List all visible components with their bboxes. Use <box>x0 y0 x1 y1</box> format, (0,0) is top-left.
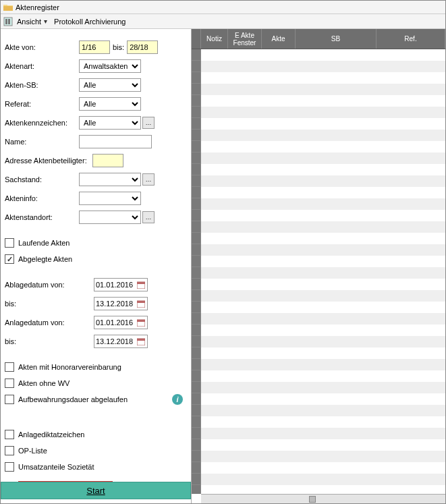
grid-row[interactable] <box>192 416 445 428</box>
name-input[interactable] <box>79 135 152 148</box>
row-header[interactable] <box>192 198 201 210</box>
aktenart-select[interactable]: Anwaltsakten u.a. <box>80 60 140 72</box>
row-header[interactable] <box>192 416 201 428</box>
row-header[interactable] <box>192 244 201 256</box>
row-header[interactable] <box>192 49 201 61</box>
grid-row[interactable] <box>192 336 445 347</box>
grid-row[interactable] <box>192 84 445 95</box>
horizontal-scrollbar[interactable] <box>201 494 445 503</box>
row-header[interactable] <box>192 302 201 313</box>
row-header[interactable] <box>192 359 201 370</box>
row-header[interactable] <box>192 72 201 84</box>
grid-col-sb[interactable]: SB <box>296 29 377 49</box>
row-header[interactable] <box>192 221 201 233</box>
grid-row[interactable] <box>192 462 445 474</box>
grid-row[interactable] <box>192 347 445 359</box>
row-header[interactable] <box>192 485 201 494</box>
row-header[interactable] <box>192 130 201 141</box>
grid-row[interactable] <box>192 313 445 325</box>
grid-row[interactable] <box>192 152 445 164</box>
row-header[interactable] <box>192 382 201 393</box>
grid-col-notiz[interactable]: Notiz <box>201 29 228 49</box>
honorarvereinbarung-checkbox[interactable]: Akten mit Honorarvereinbarung <box>5 361 187 373</box>
grid-row[interactable] <box>192 302 445 313</box>
op-liste-checkbox[interactable]: OP-Liste <box>5 445 187 457</box>
aktenstandort-select[interactable] <box>80 211 140 223</box>
grid-row[interactable] <box>192 267 445 279</box>
row-header[interactable] <box>192 95 201 107</box>
calendar-icon[interactable] <box>136 337 146 346</box>
row-header[interactable] <box>192 164 201 175</box>
grid-row[interactable] <box>192 164 445 175</box>
grid-row[interactable] <box>192 107 445 118</box>
grid-row[interactable] <box>192 485 445 494</box>
grid-row[interactable] <box>192 187 445 198</box>
calendar-icon[interactable] <box>136 318 146 327</box>
row-header[interactable] <box>192 152 201 164</box>
grid-row[interactable] <box>192 428 445 439</box>
grid-row[interactable] <box>192 61 445 72</box>
row-header[interactable] <box>192 84 201 95</box>
row-header[interactable] <box>192 428 201 439</box>
grid-row[interactable] <box>192 49 445 61</box>
row-header[interactable] <box>192 336 201 347</box>
row-header[interactable] <box>192 256 201 267</box>
referat-select[interactable]: Alle <box>80 98 140 110</box>
row-header[interactable] <box>192 405 201 416</box>
anlagediktatzeichen-checkbox[interactable]: Anlagediktatzeichen <box>5 428 187 441</box>
scrollbar-thumb[interactable] <box>309 496 316 503</box>
grid-row[interactable] <box>192 175 445 187</box>
row-header[interactable] <box>192 107 201 118</box>
ansicht-button[interactable]: Ansicht <box>17 18 41 26</box>
grid-row[interactable] <box>192 451 445 462</box>
grid-col-ref[interactable]: Ref. <box>377 29 445 49</box>
grid-row[interactable] <box>192 279 445 290</box>
laufende-akten-checkbox[interactable]: Laufende Akten <box>5 237 187 249</box>
calendar-icon[interactable] <box>136 299 146 308</box>
akte-von-to-input[interactable] <box>127 40 158 54</box>
protokoll-button[interactable]: Protokoll Archivierung <box>54 18 126 26</box>
akten-ohne-wv-checkbox[interactable]: Akten ohne WV <box>5 377 187 389</box>
grid-row[interactable] <box>192 370 445 382</box>
grid-row[interactable] <box>192 233 445 244</box>
row-header[interactable] <box>192 61 201 72</box>
row-header[interactable] <box>192 393 201 405</box>
row-header[interactable] <box>192 118 201 130</box>
row-header[interactable] <box>192 175 201 187</box>
row-header[interactable] <box>192 279 201 290</box>
grid-row[interactable] <box>192 382 445 393</box>
row-header[interactable] <box>192 233 201 244</box>
akte-von-from-input[interactable] <box>79 40 110 54</box>
grid-row[interactable] <box>192 210 445 221</box>
grid-row[interactable] <box>192 130 445 141</box>
row-header[interactable] <box>192 141 201 152</box>
start-button[interactable]: Start <box>1 482 191 499</box>
grid-col-akte[interactable]: Akte <box>262 29 296 49</box>
ablagedatum-von-input[interactable]: 01.01.2016 <box>94 278 148 291</box>
row-header[interactable] <box>192 290 201 302</box>
row-header[interactable] <box>192 474 201 485</box>
grid-row[interactable] <box>192 141 445 152</box>
row-header[interactable] <box>192 370 201 382</box>
grid-row[interactable] <box>192 325 445 336</box>
row-header[interactable] <box>192 439 201 451</box>
grid-row[interactable] <box>192 439 445 451</box>
grid-row[interactable] <box>192 474 445 485</box>
info-icon[interactable]: i <box>172 394 183 405</box>
anlagedatum-bis-input[interactable]: 13.12.2018 <box>94 335 148 348</box>
aktenstandort-browse-button[interactable]: … <box>142 211 155 223</box>
row-header[interactable] <box>192 210 201 221</box>
aktenkennzeichen-browse-button[interactable]: … <box>142 117 155 129</box>
grid-row[interactable] <box>192 290 445 302</box>
sachstand-select[interactable] <box>80 173 140 186</box>
aktenkennzeichen-select[interactable]: Alle <box>80 117 140 129</box>
umsatzanteile-checkbox[interactable]: Umsatzanteile Sozietät <box>5 461 187 473</box>
aufbewahrungsdauer-checkbox[interactable]: Aufbewahrungsdauer abgelaufen i <box>5 393 187 405</box>
sachstand-browse-button[interactable]: … <box>142 173 155 186</box>
calendar-icon[interactable] <box>136 280 146 289</box>
grid-row[interactable] <box>192 221 445 233</box>
grid-row[interactable] <box>192 198 445 210</box>
row-header[interactable] <box>192 267 201 279</box>
grid-row[interactable] <box>192 244 445 256</box>
adresse-input[interactable] <box>92 154 123 167</box>
